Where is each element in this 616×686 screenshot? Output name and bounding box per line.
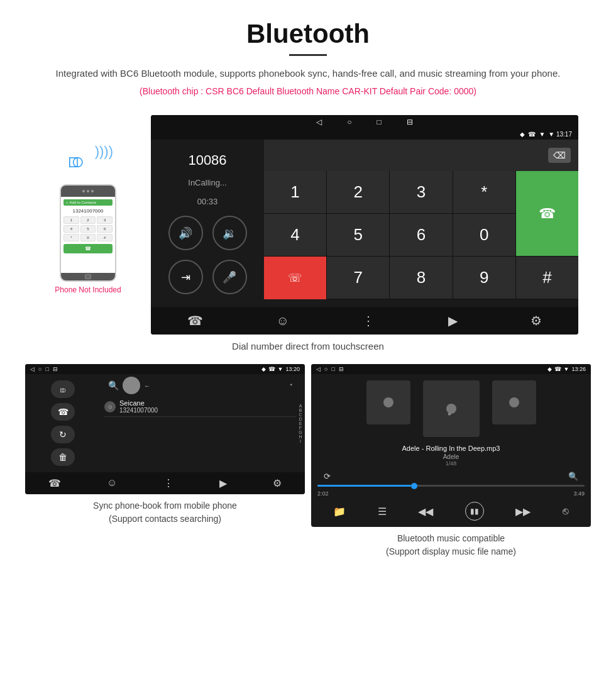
mute-button[interactable]: 🎤 xyxy=(212,260,247,294)
music-time-row: 2:02 3:49 xyxy=(317,490,585,497)
pb-contact-details: Seicane 13241007000 xyxy=(119,399,158,414)
pb-home-icon: ○ xyxy=(38,366,41,372)
pb-delete-icon[interactable]: 🗑 xyxy=(51,448,75,466)
dial-controls-row-2: ⇥ 🎤 xyxy=(168,260,247,294)
mu-menu-icon: ⊟ xyxy=(339,366,344,372)
keypad-6[interactable]: 6 xyxy=(390,214,452,256)
keypad-5[interactable]: 5 xyxy=(327,214,389,256)
call-timer: 00:33 xyxy=(197,197,218,206)
dial-backspace-button[interactable]: ⌫ xyxy=(548,148,571,163)
keypad-0[interactable]: 0 xyxy=(453,214,515,256)
phone-signal-icon: ☎ xyxy=(528,131,536,138)
mu-time: 13:26 xyxy=(571,366,586,372)
keypad-grid: 1 2 3 * ☎ 4 5 6 0 ☏ 7 8 9 # xyxy=(264,171,578,299)
pb-caption-line1: Sync phone-book from mobile phone xyxy=(93,501,237,511)
pb-alpha-g[interactable]: G xyxy=(296,430,305,434)
music-controls-row: 📁 ☰ ◀◀ ▮▮ ▶▶ ⎋ xyxy=(317,502,585,521)
page-title: Bluetooth xyxy=(13,19,603,49)
menu-nav-icon[interactable]: ⊟ xyxy=(407,118,413,126)
dial-controls-row: 🔊 🔉 xyxy=(168,216,247,250)
pb-toolbar-sms[interactable]: ▶ xyxy=(219,477,227,489)
volume-down-button[interactable]: 🔉 xyxy=(212,216,247,250)
contacts-toolbar-icon[interactable]: ☺ xyxy=(276,314,289,328)
pb-alphabet-bar: A B C D E F G H I xyxy=(296,374,305,472)
keypad-7[interactable]: 7 xyxy=(327,257,389,299)
phone-key-2[interactable]: 2 xyxy=(80,216,96,224)
phone-key-star[interactable]: * xyxy=(63,234,79,241)
pb-backspace-label: ← xyxy=(144,382,286,389)
android-nav-bar: ◁ ○ □ ⊟ xyxy=(151,115,578,129)
music-progress-bar[interactable] xyxy=(317,485,585,487)
page-description: Integrated with BC6 Bluetooth module, su… xyxy=(13,66,603,81)
phone-key-1[interactable]: 1 xyxy=(63,216,79,224)
phone-key-6[interactable]: 6 xyxy=(97,225,113,233)
sms-toolbar-icon[interactable]: ▶ xyxy=(448,313,458,328)
music-album-main: ♪ xyxy=(423,380,480,437)
dial-content: 10086 InCalling... 00:33 🔊 🔉 ⇥ 🎤 ⌫ xyxy=(151,140,578,307)
music-shuffle-icon[interactable]: ⟳ xyxy=(324,472,331,481)
keypad-9[interactable]: 9 xyxy=(453,257,515,299)
music-play-button[interactable]: ▮▮ xyxy=(465,502,484,521)
android-bottom-toolbar: ☎ ☺ ⋮ ▶ ⚙ xyxy=(151,307,578,335)
back-nav-icon[interactable]: ◁ xyxy=(316,118,322,126)
music-eq-icon[interactable]: ⎋ xyxy=(563,506,569,517)
pb-call-icon[interactable]: ☎ xyxy=(51,403,75,421)
phone-key-3[interactable]: 3 xyxy=(97,216,113,224)
volume-up-button[interactable]: 🔊 xyxy=(168,216,203,250)
pb-toolbar-calls[interactable]: ☎ xyxy=(48,477,61,489)
call-answer-button[interactable]: ☎ xyxy=(516,171,578,256)
call-end-button[interactable]: ☏ xyxy=(264,257,326,299)
phone-call-button[interactable]: ☎ xyxy=(63,244,113,253)
pb-toolbar-settings[interactable]: ⚙ xyxy=(273,477,282,489)
music-info: Adele - Rolling In the Deep.mp3 Adele 1/… xyxy=(317,445,585,467)
pb-alpha-i[interactable]: I xyxy=(296,439,305,443)
phone-key-4[interactable]: 4 xyxy=(63,225,79,233)
keypad-1[interactable]: 1 xyxy=(264,171,326,213)
main-mockup-area: ⎄ )))) +Add to Contacts 13241007000 1 2 … xyxy=(0,115,616,335)
pb-alpha-f[interactable]: F xyxy=(296,426,305,430)
pb-bluetooth-icon[interactable]: ⎄ xyxy=(51,380,75,398)
page-header: Bluetooth Integrated with BC6 Bluetooth … xyxy=(0,0,616,115)
pb-alpha-a[interactable]: A xyxy=(296,404,305,408)
pb-bottom-toolbar: ☎ ☺ ⋮ ▶ ⚙ xyxy=(25,472,305,494)
music-folder-icon[interactable]: 📁 xyxy=(333,506,346,517)
phonebook-status-bar: ◁ ○ □ ⊟ ◆ ☎ ▼ 13:20 xyxy=(25,364,305,374)
music-list-icon[interactable]: ☰ xyxy=(378,506,387,517)
pb-wifi-icon: ▼ xyxy=(278,366,283,372)
contact-list-area: 🔍 ← * ☺ Seicane 13241007000 xyxy=(101,374,305,472)
pb-alpha-h[interactable]: H xyxy=(296,434,305,439)
settings-toolbar-icon[interactable]: ⚙ xyxy=(531,313,542,328)
calls-toolbar-icon[interactable]: ☎ xyxy=(187,313,203,328)
recents-nav-icon[interactable]: □ xyxy=(377,118,382,126)
dialpad-toolbar-icon[interactable]: ⋮ xyxy=(362,313,375,328)
status-right: ◆ ☎ ▼ ▼ 13:17 xyxy=(520,131,572,138)
music-caption: Bluetooth music compatible (Support disp… xyxy=(386,532,516,558)
music-next-icon[interactable]: ▶▶ xyxy=(515,506,531,517)
pb-toolbar-contacts[interactable]: ☺ xyxy=(107,477,117,489)
mu-home-icon: ○ xyxy=(324,366,327,372)
wifi-icon: ▼ xyxy=(539,131,545,138)
keypad-3[interactable]: 3 xyxy=(390,171,452,213)
keypad-2[interactable]: 2 xyxy=(327,171,389,213)
pb-alpha-e[interactable]: E xyxy=(296,421,305,426)
pb-star-marker: * xyxy=(290,382,292,389)
home-nav-icon[interactable]: ○ xyxy=(347,118,351,126)
keypad-star[interactable]: * xyxy=(453,171,515,213)
pb-sync-icon[interactable]: ↻ xyxy=(51,426,75,443)
pb-toolbar-dialpad[interactable]: ⋮ xyxy=(163,477,173,489)
pb-alpha-c[interactable]: C xyxy=(296,412,305,417)
phone-key-5[interactable]: 5 xyxy=(80,225,96,233)
pb-search-icon[interactable]: 🔍 xyxy=(108,380,119,390)
keypad-hash[interactable]: # xyxy=(516,257,578,299)
keypad-8[interactable]: 8 xyxy=(390,257,452,299)
phone-home-button[interactable] xyxy=(85,274,91,279)
pb-alpha-b[interactable]: B xyxy=(296,408,305,412)
phone-key-hash[interactable]: # xyxy=(97,234,113,241)
music-prev-icon[interactable]: ◀◀ xyxy=(418,506,433,517)
music-time-total: 3:49 xyxy=(573,490,585,497)
pb-alpha-d[interactable]: D xyxy=(296,417,305,421)
phone-key-0[interactable]: 0 xyxy=(80,234,96,241)
keypad-4[interactable]: 4 xyxy=(264,214,326,256)
music-search-icon[interactable]: 🔍 xyxy=(568,472,578,481)
transfer-button[interactable]: ⇥ xyxy=(168,260,203,294)
